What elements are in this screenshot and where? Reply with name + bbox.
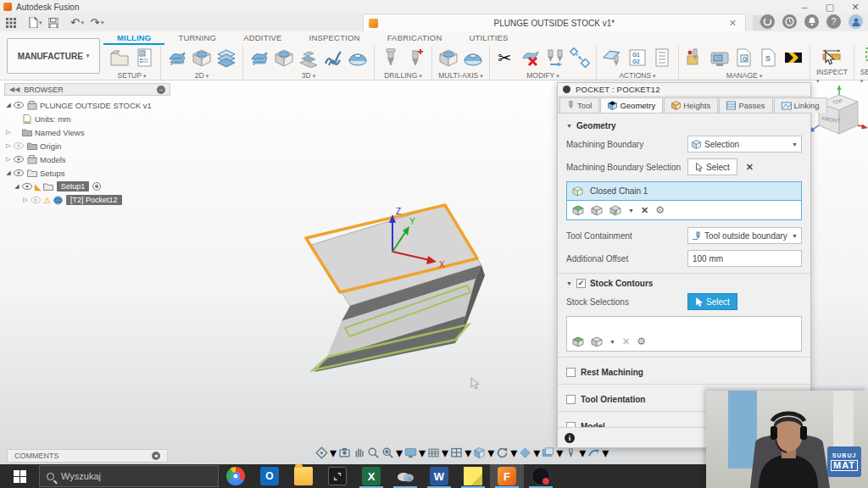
- tree-row-root[interactable]: ◢ PLUNGE OUTSIDE STOCK v1: [4, 98, 170, 112]
- tab-geometry[interactable]: Geometry: [600, 97, 663, 113]
- tree-row-units[interactable]: Units: mm: [4, 112, 170, 125]
- stock-contours-header[interactable]: ▼ Stock Contours: [566, 279, 802, 288]
- tree-row-setups[interactable]: ◢ Setups: [4, 166, 170, 180]
- tree-expanded-icon[interactable]: ◢: [4, 102, 13, 108]
- tab-turning[interactable]: TURNING: [164, 31, 230, 45]
- display-settings-icon[interactable]: [404, 446, 417, 459]
- taskbar-file-explorer[interactable]: [287, 464, 320, 488]
- info-icon[interactable]: i: [565, 433, 575, 443]
- taskbar-search[interactable]: Wyszukaj: [39, 465, 219, 487]
- tree-label[interactable]: Origin: [40, 141, 61, 151]
- group-manage-label[interactable]: MANAGE: [726, 71, 762, 80]
- group-2d-label[interactable]: 2D: [195, 71, 209, 80]
- machine-library-icon[interactable]: [709, 47, 730, 68]
- rest-machining-checkbox[interactable]: [566, 368, 576, 377]
- select-body-icon[interactable]: [591, 205, 603, 216]
- tab-fabrication[interactable]: FABRICATION: [374, 31, 456, 45]
- stock-select-button[interactable]: Select: [687, 293, 737, 310]
- taskbar-snipping-tool[interactable]: ⌞⌝: [320, 464, 354, 488]
- pan-icon[interactable]: [353, 446, 365, 459]
- job-status-clock-icon[interactable]: [782, 14, 797, 29]
- redo-caret-icon[interactable]: ▾: [101, 19, 104, 26]
- tab-heights[interactable]: Heights: [664, 97, 718, 113]
- select-body-icon[interactable]: [591, 336, 603, 347]
- swarf-icon[interactable]: [323, 47, 343, 68]
- tab-inspection[interactable]: INSPECTION: [296, 31, 374, 45]
- appearance-icon[interactable]: [519, 446, 531, 459]
- group-multiaxis-label[interactable]: MULTI-AXIS: [438, 71, 483, 80]
- model-3d-wedge[interactable]: Z Y X: [275, 191, 521, 385]
- tree-expanded-icon[interactable]: ◢: [4, 169, 13, 176]
- minimize-button[interactable]: –: [792, 0, 817, 14]
- taskbar-obs[interactable]: [524, 464, 558, 488]
- scallop-icon[interactable]: [348, 47, 368, 68]
- environment-icon[interactable]: [542, 446, 554, 459]
- tree-label[interactable]: Setups: [40, 169, 65, 178]
- replace-tool-icon[interactable]: [545, 47, 565, 68]
- look-at-icon[interactable]: [338, 446, 351, 459]
- additional-offset-input[interactable]: 100 mm: [687, 250, 802, 267]
- user-avatar[interactable]: [849, 14, 863, 29]
- tree-label[interactable]: PLUNGE OUTSIDE STOCK v1: [40, 101, 152, 110]
- tree-row-setup1[interactable]: ◢ ◣ Setup1: [4, 180, 170, 193]
- eye-icon[interactable]: [13, 100, 24, 110]
- group-select-label[interactable]: SELECT: [860, 68, 868, 85]
- collapse-panel-icon[interactable]: ◀◀: [9, 86, 19, 93]
- select-window-icon[interactable]: [864, 46, 868, 66]
- trim-icon[interactable]: ✂: [496, 47, 516, 68]
- tool-containment-dropdown[interactable]: Tool outside boundary ▼: [687, 227, 802, 244]
- tab-linking[interactable]: Linking: [774, 97, 827, 113]
- pocket-clearing-icon[interactable]: [274, 47, 294, 68]
- comments-bar[interactable]: COMMENTS ●: [7, 449, 168, 463]
- eye-icon[interactable]: [21, 181, 32, 191]
- taskbar-cloud-app[interactable]: [388, 464, 422, 488]
- eye-icon[interactable]: [13, 168, 24, 178]
- tree-row-named-views[interactable]: ▷ Named Views: [4, 125, 170, 139]
- pocket12-badge[interactable]: [T2] Pocket12: [66, 195, 122, 205]
- group-modify-label[interactable]: MODIFY: [526, 71, 559, 80]
- selection-mode-caret-icon[interactable]: ▼: [609, 339, 615, 345]
- 2d-pocket-icon[interactable]: [192, 47, 212, 68]
- taskbar-sticky-notes[interactable]: [456, 464, 490, 488]
- tree-row-pocket12[interactable]: ▷ ⚠ [T2] Pocket12: [4, 193, 170, 207]
- taskbar-chrome[interactable]: [219, 464, 253, 488]
- multiaxis-contour-icon[interactable]: [438, 47, 459, 68]
- tab-utilities[interactable]: UTILITIES: [455, 31, 521, 45]
- tree-collapsed-icon[interactable]: ▷: [4, 129, 13, 136]
- group-3d-label[interactable]: 3D: [302, 71, 315, 80]
- tab-passes[interactable]: Passes: [719, 97, 772, 113]
- group-setup-label[interactable]: SETUP: [118, 71, 147, 80]
- post-process-icon[interactable]: [603, 47, 623, 68]
- adaptive-clearing-icon[interactable]: [249, 47, 270, 68]
- grid-settings-icon[interactable]: [427, 446, 440, 459]
- taskbar-fusion[interactable]: F: [490, 464, 524, 488]
- rest-machining-section[interactable]: Rest Machining: [566, 363, 802, 382]
- camera-views-icon[interactable]: [473, 446, 486, 459]
- setup-sheet-icon[interactable]: [652, 47, 672, 68]
- tab-milling[interactable]: MILLING: [103, 31, 164, 45]
- dialog-header[interactable]: POCKET : POCKET12: [558, 83, 810, 97]
- dialog-collapse-icon[interactable]: [563, 86, 570, 93]
- maximize-button[interactable]: ▢: [817, 0, 843, 14]
- eye-off-icon[interactable]: [30, 195, 41, 205]
- taskbar-outlook[interactable]: O: [253, 464, 287, 488]
- eye-icon[interactable]: [13, 154, 24, 164]
- help-icon[interactable]: ?: [826, 14, 841, 29]
- tree-collapsed-icon[interactable]: ▷: [21, 197, 30, 203]
- select-chain-icon[interactable]: [609, 205, 621, 216]
- closed-chain-item[interactable]: Closed Chain 1: [567, 182, 801, 201]
- browser-minimize-icon[interactable]: –: [157, 86, 165, 94]
- zoom-icon[interactable]: [367, 446, 380, 459]
- orbit-icon[interactable]: [315, 446, 328, 459]
- refresh-icon[interactable]: [496, 446, 509, 459]
- comments-expand-icon[interactable]: ●: [152, 452, 160, 460]
- 2d-contour-icon[interactable]: [216, 47, 236, 68]
- gear-icon[interactable]: ⚙: [655, 204, 665, 216]
- tree-row-models[interactable]: ▷ Models: [4, 152, 170, 166]
- rotary-icon[interactable]: [463, 47, 483, 68]
- tab-tool[interactable]: Tool: [559, 97, 599, 113]
- tree-row-origin[interactable]: ▷ Origin: [4, 139, 170, 152]
- clear-selection-icon[interactable]: ✕: [746, 162, 754, 173]
- notifications-bell-icon[interactable]: [804, 14, 819, 29]
- browser-header[interactable]: ◀◀ BROWSER –: [4, 83, 170, 96]
